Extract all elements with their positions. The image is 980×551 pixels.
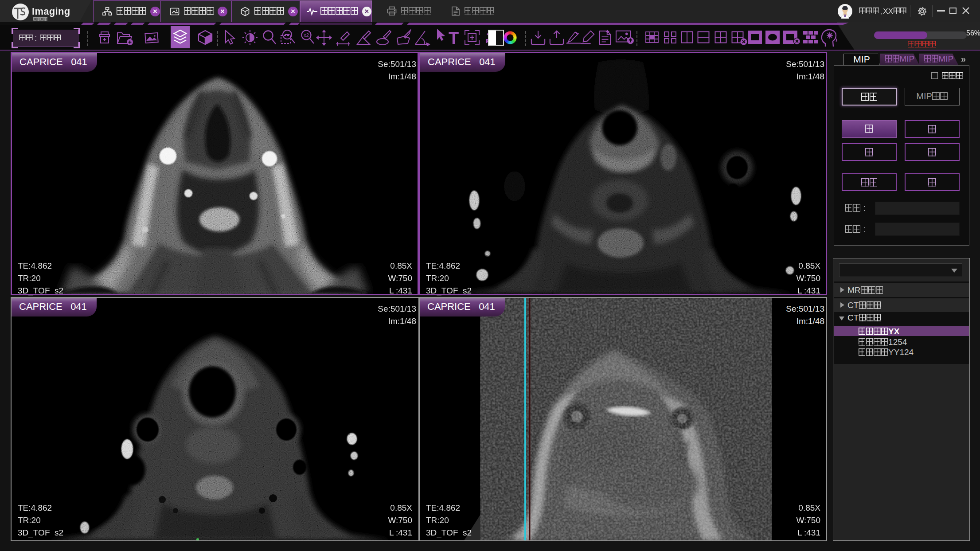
svg-text:x2: x2 xyxy=(304,32,309,38)
